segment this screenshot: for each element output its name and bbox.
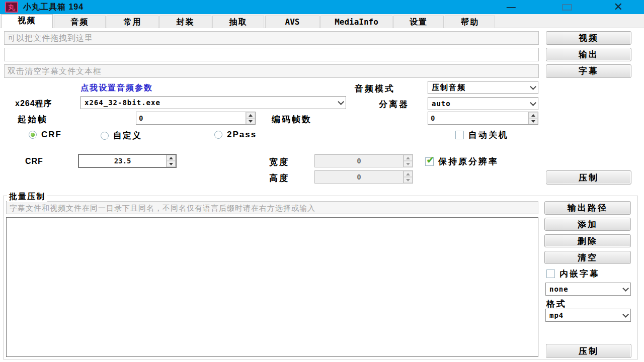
keep-resolution-label: 保持原分辨率 <box>438 156 499 167</box>
close-button[interactable]: ✕ <box>606 0 630 14</box>
clear-button[interactable]: 清空 <box>544 251 631 264</box>
spinner-down-icon <box>169 163 173 165</box>
output-file-input[interactable] <box>4 48 539 61</box>
compress-button[interactable]: 压制 <box>546 170 631 185</box>
encode-frames-input[interactable] <box>428 112 528 124</box>
width-input <box>315 155 403 167</box>
minimize-button[interactable]: — <box>501 0 522 14</box>
chevron-down-icon <box>530 83 536 90</box>
x264-program-value: x264_32-8bit.exe <box>85 99 160 107</box>
spinner-down-icon <box>406 163 410 165</box>
subtitle-track-select[interactable]: none <box>545 283 631 296</box>
spinner-down-button <box>404 177 413 183</box>
spinner-up-icon <box>531 114 535 117</box>
batch-file-list[interactable] <box>6 217 538 357</box>
tab-settings[interactable]: 设置 <box>393 16 444 28</box>
tab-audio[interactable]: 音频 <box>54 16 106 28</box>
tab-help[interactable]: 帮助 <box>445 16 495 28</box>
encode-frames-label: 编码帧数 <box>272 114 312 125</box>
radio-crf-label: CRF <box>41 130 62 140</box>
splitter-select[interactable]: auto <box>428 97 538 110</box>
audio-mode-select[interactable]: 压制音频 <box>428 81 538 94</box>
radio-custom[interactable]: 自定义 <box>101 130 142 141</box>
format-label: 格式 <box>546 298 567 310</box>
width-spinner <box>314 154 413 167</box>
tab-mux[interactable]: 封装 <box>159 16 211 28</box>
browse-output-button[interactable]: 输出 <box>546 48 631 61</box>
minimize-icon: — <box>507 2 516 13</box>
x264-program-select[interactable]: x264_32-8bit.exe <box>80 96 346 109</box>
checkbox-icon <box>546 269 555 278</box>
encode-frames-spinner[interactable] <box>428 112 538 125</box>
tab-common[interactable]: 常用 <box>107 16 158 28</box>
chevron-down-icon <box>530 100 536 106</box>
x264-program-label: x264程序 <box>15 99 52 109</box>
app-window: 丸 小丸工具箱 194 — ✕ 视频 音频 常用 封装 抽取 AVS Media… <box>0 0 644 362</box>
auto-shutdown-label: 自动关机 <box>468 129 509 141</box>
radio-2pass[interactable]: 2Pass <box>214 130 257 140</box>
add-button[interactable]: 添加 <box>544 218 631 231</box>
radio-icon <box>29 131 37 139</box>
spinner-down-icon <box>406 179 410 182</box>
radio-custom-label: 自定义 <box>113 130 142 141</box>
start-frame-label: 起始帧 <box>18 114 48 125</box>
delete-button[interactable]: 删除 <box>544 234 631 247</box>
output-path-button[interactable]: 输出路径 <box>544 201 631 215</box>
browse-video-button[interactable]: 视频 <box>546 31 631 45</box>
keep-resolution-checkbox[interactable]: ✔ 保持原分辨率 <box>425 156 499 167</box>
close-icon: ✕ <box>614 1 623 14</box>
splitter-value: auto <box>432 100 451 108</box>
maximize-button[interactable] <box>556 0 578 14</box>
width-label: 宽度 <box>269 156 289 168</box>
spinner-up-icon <box>169 157 173 159</box>
crf-input[interactable] <box>79 155 166 167</box>
spinner-down-button[interactable] <box>529 118 538 124</box>
height-input <box>315 171 403 183</box>
auto-shutdown-checkbox[interactable]: 自动关机 <box>455 129 509 141</box>
format-value: mp4 <box>549 311 564 319</box>
splitter-label: 分离器 <box>379 99 409 110</box>
batch-group-title: 批量压制 <box>7 192 47 202</box>
audio-mode-label: 音频模式 <box>355 83 395 95</box>
tab-video[interactable]: 视频 <box>1 14 53 28</box>
tab-extract[interactable]: 抽取 <box>212 16 264 28</box>
checkbox-icon <box>455 131 464 139</box>
height-label: 高度 <box>269 172 289 184</box>
spinner-down-button <box>404 161 413 167</box>
spinner-up-button[interactable] <box>167 155 176 161</box>
batch-subtitle-note-input[interactable] <box>6 201 538 214</box>
start-frame-input[interactable] <box>136 112 246 124</box>
embed-subtitle-label: 内嵌字幕 <box>559 268 600 280</box>
checkbox-checked-icon: ✔ <box>425 157 434 166</box>
chevron-down-icon <box>622 285 629 292</box>
browse-subtitle-button[interactable]: 字幕 <box>546 64 631 78</box>
spinner-up-button[interactable] <box>246 112 255 118</box>
spinner-down-button[interactable] <box>167 161 176 167</box>
embed-subtitle-checkbox[interactable]: 内嵌字幕 <box>546 268 600 280</box>
subtitle-track-value: none <box>549 285 569 293</box>
radio-icon <box>214 131 222 139</box>
radio-2pass-label: 2Pass <box>227 130 257 140</box>
audio-settings-link[interactable]: 点我设置音频参数 <box>80 83 153 94</box>
spinner-down-button[interactable] <box>246 118 255 124</box>
radio-crf[interactable]: CRF <box>29 130 62 140</box>
check-icon: ✔ <box>426 154 435 166</box>
spinner-up-icon <box>249 114 253 117</box>
window-title: 小丸工具箱 194 <box>23 2 84 13</box>
batch-compress-button[interactable]: 压制 <box>546 344 631 358</box>
spinner-down-icon <box>249 120 253 123</box>
format-select[interactable]: mp4 <box>545 309 631 322</box>
crf-spinner[interactable] <box>78 154 177 168</box>
tab-avs[interactable]: AVS <box>265 16 319 28</box>
spinner-up-button[interactable] <box>529 112 538 118</box>
app-icon: 丸 <box>5 2 18 13</box>
title-bar: 丸 小丸工具箱 194 — ✕ <box>0 0 644 14</box>
start-frame-spinner[interactable] <box>136 112 256 125</box>
spinner-down-icon <box>531 120 535 123</box>
video-file-input[interactable] <box>4 31 539 45</box>
crf-label: CRF <box>25 157 43 166</box>
subtitle-file-input[interactable] <box>4 64 539 78</box>
height-spinner <box>314 170 413 184</box>
spinner-up-icon <box>406 173 410 175</box>
tab-mediainfo[interactable]: MediaInfo <box>320 16 392 28</box>
